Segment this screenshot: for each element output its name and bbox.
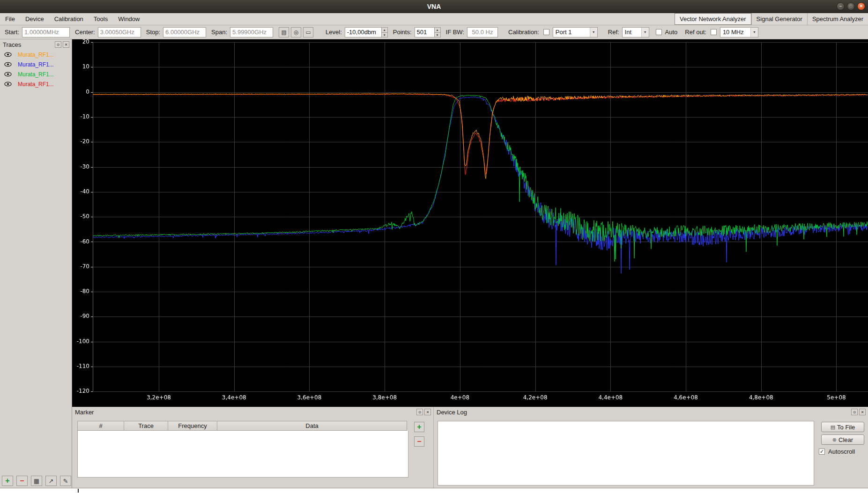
points-spin-up-button[interactable]: ▲ xyxy=(435,28,440,32)
autoscroll-label: Autoscroll xyxy=(828,448,855,455)
trace-list-item[interactable]: Murata_RF1... xyxy=(0,69,72,79)
trace-visibility-eye-icon[interactable] xyxy=(4,52,12,57)
marker-panel-header: Marker ⊙ ✕ xyxy=(72,407,433,417)
trace-visibility-eye-icon[interactable] xyxy=(4,81,12,87)
file-icon: ▤ xyxy=(831,424,835,430)
window-title: VNA xyxy=(427,3,441,10)
start-frequency-input[interactable] xyxy=(22,27,70,37)
span-frequency-input[interactable] xyxy=(230,27,273,37)
stop-frequency-input[interactable] xyxy=(163,27,206,37)
auto-label: Auto xyxy=(665,29,678,36)
close-panel-icon[interactable]: ✕ xyxy=(63,41,69,48)
center-frequency-input[interactable] xyxy=(98,27,141,37)
ref-label: Ref: xyxy=(608,29,619,36)
close-button[interactable]: ✕ xyxy=(857,2,865,10)
window-titlebar: VNA – □ ✕ xyxy=(0,0,868,13)
edit-trace-button[interactable]: ✎ xyxy=(60,476,71,486)
points-label: Points: xyxy=(393,29,412,36)
mode-tab-0[interactable]: Vector Network Analyzer xyxy=(675,13,751,25)
trace-list-item[interactable]: Murata_RF1... xyxy=(0,50,72,59)
refout-frequency-select[interactable]: 10 MHz ▼ xyxy=(720,27,758,37)
level-input[interactable] xyxy=(345,27,381,37)
ref-select[interactable]: Int ▼ xyxy=(622,27,649,37)
calibration-port-value: Port 1 xyxy=(556,29,572,36)
start-label: Start: xyxy=(5,29,19,36)
mode-tab-1[interactable]: Signal Generator xyxy=(751,13,807,25)
undock-panel-icon[interactable]: ⊙ xyxy=(851,409,858,415)
undock-panel-icon[interactable]: ⊙ xyxy=(55,41,61,48)
trace-label: Murata_RF1... xyxy=(18,81,54,88)
menu-item-calibration[interactable]: Calibration xyxy=(49,13,89,25)
undock-panel-icon[interactable]: ⊙ xyxy=(416,409,423,415)
trace-label: Murata_RF1... xyxy=(18,61,54,68)
status-entry[interactable] xyxy=(0,488,868,493)
window-controls: – □ ✕ xyxy=(837,2,865,10)
marker-column-num[interactable]: # xyxy=(77,421,124,431)
log-to-file-label: To File xyxy=(837,424,855,431)
add-marker-button[interactable]: + xyxy=(414,422,424,432)
remove-trace-button[interactable]: − xyxy=(16,476,28,486)
marker-panel: Marker ⊙ ✕ #TraceFrequencyData + − xyxy=(72,407,433,488)
calibration-port-select[interactable]: Port 1 ▼ xyxy=(553,27,598,37)
trace-list: Murata_RF1...Murata_RF1...Murata_RF1...M… xyxy=(0,50,72,89)
traces-panel: Traces ⊙ ✕ Murata_RF1...Murata_RF1...Mur… xyxy=(0,39,72,488)
chevron-down-icon: ▼ xyxy=(750,28,758,37)
ifbw-input[interactable] xyxy=(467,27,498,37)
autoscroll-checkbox[interactable]: ✓ xyxy=(819,449,825,455)
trace-list-item[interactable]: Murata_RF1... xyxy=(0,59,72,69)
maximize-button[interactable]: □ xyxy=(847,2,855,10)
menu-item-tools[interactable]: Tools xyxy=(89,13,113,25)
export-trace-button[interactable]: ↗ xyxy=(45,476,57,486)
trace-label: Murata_RF1... xyxy=(18,71,54,78)
marker-column-trace[interactable]: Trace xyxy=(124,421,168,431)
log-clear-label: Clear xyxy=(838,436,853,443)
menu-item-window[interactable]: Window xyxy=(113,13,145,25)
calibration-checkbox[interactable] xyxy=(543,29,549,35)
ifbw-label: IF BW: xyxy=(446,29,464,36)
device-log-header: Device Log ⊙ ✕ xyxy=(434,407,868,417)
mode-tab-2[interactable]: Spectrum Analyzer xyxy=(807,13,868,25)
refout-label: Ref out: xyxy=(685,29,706,36)
marker-column-frequency[interactable]: Frequency xyxy=(168,421,217,431)
traces-panel-title: Traces xyxy=(3,41,21,48)
autoscroll-row: ✓ Autoscroll xyxy=(817,448,864,455)
menu-item-file[interactable]: File xyxy=(0,13,20,25)
trace-visibility-eye-icon[interactable] xyxy=(4,62,12,67)
auto-checkbox[interactable] xyxy=(656,29,662,35)
segment-sweep-button[interactable]: ▤ xyxy=(279,27,289,37)
traces-panel-header: Traces ⊙ ✕ xyxy=(0,39,72,50)
minimize-button[interactable]: – xyxy=(837,2,845,10)
pause-sweep-button[interactable]: ▭ xyxy=(303,27,313,37)
remove-marker-button[interactable]: − xyxy=(414,436,424,447)
menu-item-device[interactable]: Device xyxy=(20,13,49,25)
marker-column-data[interactable]: Data xyxy=(217,421,407,431)
marker-table: #TraceFrequencyData xyxy=(77,421,408,478)
chevron-down-icon: ▼ xyxy=(590,28,597,37)
trace-label: Murata_RF1... xyxy=(18,52,54,58)
close-panel-icon[interactable]: ✕ xyxy=(859,409,866,415)
chart-canvas[interactable] xyxy=(72,39,868,407)
menubar: FileDeviceCalibrationToolsWindow Vector … xyxy=(0,13,868,25)
points-spinbox: ▲ ▼ xyxy=(415,27,441,37)
single-sweep-button[interactable]: ◎ xyxy=(291,27,301,37)
trace-buttons: + − ▦ ↗ ✎ xyxy=(2,476,71,486)
menu-items: FileDeviceCalibrationToolsWindow xyxy=(0,13,145,25)
level-spin-up-button[interactable]: ▲ xyxy=(382,28,387,32)
trace-settings-button[interactable]: ▦ xyxy=(31,476,42,486)
marker-table-body[interactable] xyxy=(77,431,408,478)
add-trace-button[interactable]: + xyxy=(2,476,13,486)
points-spin-down-button[interactable]: ▼ xyxy=(435,32,440,37)
device-log-buttons: ▤ To File ⊗ Clear ✓ Autoscroll xyxy=(817,422,864,455)
log-to-file-button[interactable]: ▤ To File xyxy=(821,422,864,432)
refout-frequency-value: 10 MHz xyxy=(723,29,744,36)
trace-list-item[interactable]: Murata_RF1... xyxy=(0,79,72,89)
log-clear-button[interactable]: ⊗ Clear xyxy=(821,434,864,445)
close-panel-icon[interactable]: ✕ xyxy=(424,409,431,415)
refout-checkbox[interactable] xyxy=(711,29,717,35)
points-input[interactable] xyxy=(415,27,434,37)
stop-label: Stop: xyxy=(146,29,160,36)
trace-visibility-eye-icon[interactable] xyxy=(4,72,12,77)
device-log-output[interactable] xyxy=(438,421,814,486)
calibration-label: Calibration: xyxy=(508,29,539,36)
level-spin-down-button[interactable]: ▼ xyxy=(382,32,387,37)
